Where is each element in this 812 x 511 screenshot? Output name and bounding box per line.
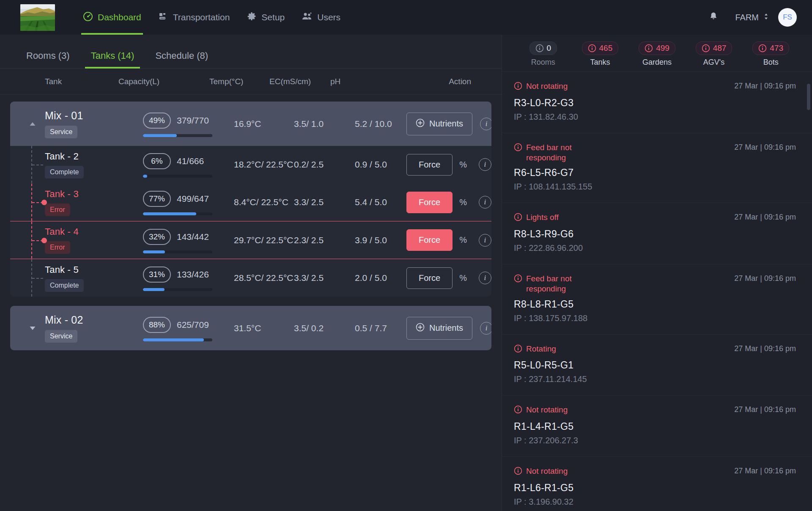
main-nav-items: Dashboard Transportation Setup Users <box>74 0 349 35</box>
info-icon <box>588 44 596 52</box>
column-header-ec: EC(mS/cm) <box>269 77 330 86</box>
alert-device-code: R5-L0-R5-G1 <box>514 360 796 371</box>
alert-ip-address: IP : 222.86.96.200 <box>514 243 796 253</box>
info-icon[interactable]: i <box>479 234 491 247</box>
alert-item[interactable]: Not rotating 27 Mar | 09:16 pm R1-L6-R1-… <box>502 457 812 511</box>
tank-group-header-row[interactable]: Mix - 01 Service 49% 379/770 16.9°C 3.5/… <box>10 102 491 146</box>
alerts-sidebar: 0 Rooms 465 Tanks 499 Gardens 487 AGV's … <box>502 35 812 511</box>
info-icon <box>514 82 522 93</box>
alert-item[interactable]: Lights off 27 Mar | 09:16 pm R8-L3-R9-G6… <box>502 203 812 264</box>
tank-group-header-row[interactable]: Mix - 02 Service 88% 625/709 31.5°C 3.5/… <box>10 306 491 350</box>
ec-value: 0.2/ 2.5 <box>294 159 355 170</box>
column-header-capacity: Capacity(L) <box>118 77 209 86</box>
force-button[interactable]: Force <box>406 267 453 289</box>
info-icon[interactable]: i <box>480 322 491 335</box>
alert-item[interactable]: Not rotating 27 Mar | 09:16 pm R3-L0-R2-… <box>502 72 812 133</box>
info-icon[interactable]: i <box>479 272 491 284</box>
temp-value: 16.9°C <box>234 119 294 129</box>
capacity-cell: 49% 379/770 <box>143 111 234 137</box>
alert-device-code: R1-L6-R1-G5 <box>514 482 796 494</box>
ph-value: 0.9 / 5.0 <box>355 159 406 170</box>
info-icon <box>702 44 710 52</box>
tank-name-cell: Tank - 3 Error <box>45 189 143 216</box>
chevron-down-icon[interactable] <box>20 326 45 331</box>
info-icon <box>514 344 522 355</box>
stat-label: Rooms <box>515 58 572 67</box>
stat-label: AGV's <box>686 58 743 67</box>
stat-bots[interactable]: 473 Bots <box>742 41 799 67</box>
ec-value: 3.5/ 1.0 <box>294 119 355 129</box>
stat-count: 473 <box>770 44 783 53</box>
farm-field-thumbnail[interactable] <box>20 4 55 31</box>
percent-toggle[interactable]: % <box>459 235 467 245</box>
capacity-value: 41/666 <box>177 156 204 166</box>
stat-gardens[interactable]: 499 Gardens <box>628 41 686 67</box>
tab-schedule[interactable]: Schedule (8) <box>149 50 214 68</box>
capacity-progress-track <box>143 338 212 341</box>
tank-name: Tank - 3 <box>45 189 143 200</box>
info-icon[interactable]: i <box>479 158 491 171</box>
info-icon[interactable]: i <box>479 196 491 209</box>
alert-item[interactable]: Feed bar not responding 27 Mar | 09:16 p… <box>502 133 812 203</box>
action-cell: Force % i S <box>406 192 491 213</box>
stat-rooms[interactable]: 0 Rooms <box>515 41 572 67</box>
capacity-percent: 77% <box>143 191 171 207</box>
tank-row[interactable]: Tank - 2 Complete 6% 41/666 18.2°C/ 22.5… <box>10 146 491 184</box>
alerts-scrollbar[interactable] <box>807 84 810 110</box>
nutrients-button[interactable]: Nutrients <box>406 113 472 135</box>
alert-ip-address: IP : 237.206.27.3 <box>514 436 796 445</box>
force-button[interactable]: Force <box>406 192 453 213</box>
alert-item[interactable]: Rotating 27 Mar | 09:16 pm R5-L0-R5-G1 I… <box>502 335 812 396</box>
capacity-value: 379/770 <box>177 115 209 126</box>
tank-row[interactable]: Tank - 3 Error 77% 499/647 8.4°C/ 22.5°C… <box>10 184 491 221</box>
alert-item[interactable]: Not rotating 27 Mar | 09:16 pm R1-L4-R1-… <box>502 396 812 457</box>
tab-rooms[interactable]: Rooms (3) <box>20 50 76 68</box>
percent-toggle[interactable]: % <box>459 273 467 283</box>
avatar[interactable]: FS <box>778 8 797 27</box>
capacity-cell: 6% 41/666 <box>143 151 234 178</box>
status-badge: Error <box>45 241 70 254</box>
alert-title-text: Feed bar not responding <box>526 143 605 163</box>
nav-item-dashboard[interactable]: Dashboard <box>74 0 150 35</box>
nav-item-users[interactable]: Users <box>293 0 349 35</box>
status-stats-row: 0 Rooms 465 Tanks 499 Gardens 487 AGV's … <box>502 35 812 72</box>
action-cell: Force % i A <box>406 229 491 251</box>
capacity-progress-fill <box>143 338 204 341</box>
tank-row[interactable]: Tank - 5 Complete 31% 133/426 28.5°C/ 22… <box>10 259 491 297</box>
action-cell: Nutrients i S <box>406 113 491 135</box>
dashboard-gauge-icon <box>83 11 93 24</box>
capacity-progress-fill <box>143 250 165 253</box>
tank-row[interactable]: Tank - 4 Error 32% 143/442 29.7°C/ 22.5°… <box>10 221 491 259</box>
alert-item[interactable]: Feed bar not responding 27 Mar | 09:16 p… <box>502 264 812 335</box>
tab-tanks[interactable]: Tanks (14) <box>85 50 140 68</box>
info-icon <box>645 44 653 52</box>
column-header-tank: Tank <box>20 77 118 86</box>
tab-rooms-label: Rooms (3) <box>26 50 70 61</box>
force-button[interactable]: Force <box>406 154 453 176</box>
alert-ip-address: IP : 237.11.214.145 <box>514 374 796 384</box>
alert-timestamp: 27 Mar | 09:16 pm <box>734 143 796 152</box>
nutrients-button[interactable]: Nutrients <box>406 317 472 340</box>
info-icon <box>514 143 522 154</box>
alert-device-code: R6-L5-R6-G7 <box>514 167 796 179</box>
force-button[interactable]: Force <box>406 229 453 251</box>
nav-item-setup[interactable]: Setup <box>238 0 293 35</box>
notification-bell-button[interactable] <box>703 8 724 27</box>
error-node-dot <box>41 238 47 243</box>
ec-value: 3.5/ 0.2 <box>294 323 355 333</box>
info-icon[interactable]: i <box>480 118 491 130</box>
nutrients-button-label: Nutrients <box>429 323 463 333</box>
column-header-temp: Temp(°C) <box>209 77 269 86</box>
farm-selector[interactable]: FARM <box>735 12 769 23</box>
percent-toggle[interactable]: % <box>459 198 467 207</box>
stat-tanks[interactable]: 465 Tanks <box>572 41 629 67</box>
tree-connector <box>20 146 45 183</box>
tank-name-cell: Tank - 5 Complete <box>45 264 143 292</box>
chevron-up-icon[interactable] <box>20 121 45 126</box>
tank-name-cell: Tank - 2 Complete <box>45 151 143 179</box>
stat-pill: 465 <box>582 41 619 55</box>
stat-agvs[interactable]: 487 AGV's <box>686 41 743 67</box>
nav-item-transportation[interactable]: Transportation <box>150 0 239 35</box>
percent-toggle[interactable]: % <box>459 160 467 170</box>
alert-ip-address: IP : 131.82.46.30 <box>514 112 796 122</box>
